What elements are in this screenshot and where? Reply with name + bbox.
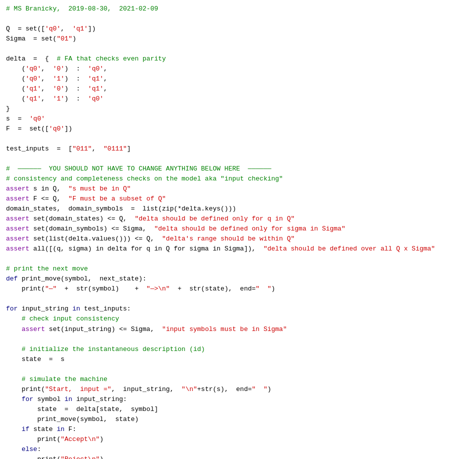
code-token: print( <box>6 386 45 393</box>
code-token: s = <box>6 115 30 122</box>
code-token: 'q0' <box>45 25 60 32</box>
code-token: s in Q, <box>30 185 68 192</box>
code-line: s = 'q0' <box>6 114 470 124</box>
code-token <box>6 346 22 353</box>
code-token: , <box>41 95 52 102</box>
code-token: ) <box>72 35 76 42</box>
code-line: # print the next move <box>6 264 470 274</box>
code-token: F: <box>64 426 76 433</box>
code-token: # initialize the instantaneous descripti… <box>22 346 205 353</box>
code-token: ( <box>6 85 26 92</box>
code-token: "delta should be defined only for sigma … <box>154 225 345 232</box>
code-token: , <box>104 65 108 72</box>
code-token: } <box>6 105 10 112</box>
code-token: input_string <box>18 305 72 312</box>
code-token: def <box>6 275 18 282</box>
code-token: symbol <box>34 396 64 403</box>
code-token: # MS Branicky, 2019-08-30, 2021-02-09 <box>6 5 158 12</box>
code-token: 'q1' <box>72 25 88 32</box>
code-token: test_inputs: <box>80 305 130 312</box>
code-line: else: <box>6 444 470 454</box>
code-token: in <box>64 396 72 403</box>
code-token: F = set([ <box>6 125 49 132</box>
code-token: F <= Q, <box>30 195 68 202</box>
code-line: assert F <= Q, "F must be a subset of Q" <box>6 194 470 204</box>
code-token: "0111" <box>104 145 127 152</box>
code-line: ('q0', '1') : 'q1', <box>6 74 470 84</box>
code-line: domain_states, domain_symbols = list(zip… <box>6 204 470 214</box>
code-line: for symbol in input_string: <box>6 394 470 404</box>
code-token: else <box>22 446 37 453</box>
code-token: state = s <box>6 356 64 363</box>
code-token: , <box>104 85 108 92</box>
code-token: +str(s), end= <box>197 386 252 393</box>
code-line: # MS Branicky, 2019-08-30, 2021-02-09 <box>6 4 470 14</box>
code-token: # print the next move <box>6 265 88 272</box>
code-token: assert <box>6 215 30 222</box>
code-token: '1' <box>53 95 64 102</box>
code-line: if state in F: <box>6 424 470 434</box>
code-line: state = s <box>6 354 470 364</box>
code-line <box>6 154 470 164</box>
code-token: all([(q, sigma) in delta for q in Q for … <box>30 245 264 252</box>
code-line: for input_string in test_inputs: <box>6 304 470 314</box>
code-token: 'q0' <box>88 65 104 72</box>
code-token: ) : <box>64 75 88 82</box>
code-token: ] <box>127 145 131 152</box>
code-line: assert s in Q, "s must be in Q" <box>6 184 470 194</box>
code-token: 'q0' <box>88 95 104 102</box>
code-token: # FA that checks even parity <box>56 55 166 62</box>
code-line: ('q0', '0') : 'q0', <box>6 64 470 74</box>
code-lines: # MS Branicky, 2019-08-30, 2021-02-09 Q … <box>6 4 470 459</box>
code-token: , <box>60 25 72 32</box>
code-line: # simulate the machine <box>6 374 470 384</box>
code-token: "delta should be defined only for q in Q… <box>134 215 294 222</box>
code-line: # check input consistency <box>6 314 470 324</box>
code-token: '0' <box>53 85 64 92</box>
code-token: "input checking" <box>220 175 283 182</box>
code-token: "Start, input =" <box>45 386 112 393</box>
code-token: "input symbols must be in Sigma" <box>162 326 287 333</box>
code-line <box>6 334 470 344</box>
code-line <box>6 44 470 54</box>
code-line <box>6 14 470 24</box>
code-token: " " <box>252 386 268 393</box>
code-line: print_move(symbol, state) <box>6 414 470 424</box>
code-token: "011" <box>72 145 92 152</box>
code-token: print_move(symbol, state) <box>6 416 138 423</box>
code-line: ('q1', '1') : 'q0' <box>6 94 470 104</box>
code-line <box>6 254 470 264</box>
code-token: in <box>56 426 64 433</box>
code-token: assert <box>6 225 30 232</box>
code-token: ) <box>100 456 104 459</box>
code-token: for <box>22 396 33 403</box>
code-line: F = set(['q0']) <box>6 124 470 134</box>
code-token: Sigma = set( <box>6 35 56 42</box>
code-token: , <box>41 65 52 72</box>
code-token: print( <box>6 436 60 443</box>
code-token: , <box>92 145 104 152</box>
code-token: , <box>104 75 108 82</box>
code-token: 'q1' <box>88 85 104 92</box>
code-line: assert set(list(delta.values())) <= Q, "… <box>6 234 470 244</box>
code-token: set(input_string) <= Sigma, <box>45 326 162 333</box>
code-line <box>6 364 470 374</box>
code-token: "—>\n" <box>146 285 170 292</box>
code-line: assert set(domain_symbols) <= Sigma, "de… <box>6 224 470 234</box>
code-token: + str(symbol) + <box>56 285 146 292</box>
code-token: ) <box>268 386 272 393</box>
code-token: # check input consistency <box>22 315 119 322</box>
code-token: , <box>41 75 52 82</box>
code-token: ) <box>100 436 104 443</box>
code-token: + str(state), end= <box>170 285 256 292</box>
code-token: 'q0' <box>49 125 64 132</box>
code-token: "\n" <box>182 386 197 393</box>
code-token: ( <box>6 65 26 72</box>
code-line: print("—" + str(symbol) + "—>\n" + str(s… <box>6 284 470 294</box>
code-editor: # MS Branicky, 2019-08-30, 2021-02-09 Q … <box>0 0 476 459</box>
code-token <box>6 315 22 322</box>
code-token: , <box>41 85 52 92</box>
code-token: ]) <box>64 125 72 132</box>
code-token: 'q0' <box>30 115 45 122</box>
code-token: , input_string, <box>112 386 182 393</box>
